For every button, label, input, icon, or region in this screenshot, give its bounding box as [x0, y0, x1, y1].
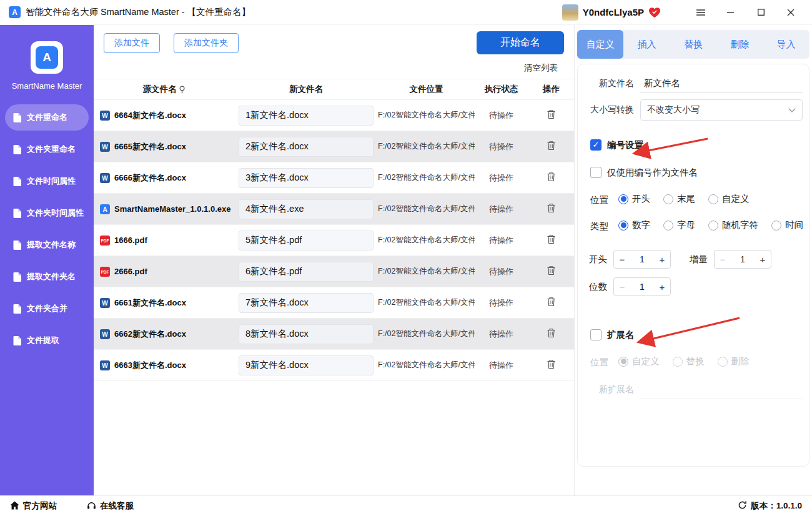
tab-5[interactable]: 导入: [763, 30, 810, 59]
toolbar: 添加文件 添加文件夹 开始命名: [94, 25, 574, 54]
file-location: F:/02智能文件命名大师/文件,: [378, 110, 475, 121]
panel-card: 新文件名 大小写转换 不改变大小写 编号设置 仅使用编号作为文件名 位置: [577, 64, 810, 467]
sidebar-item-7[interactable]: 文件夹合并: [5, 295, 89, 322]
numbering-checkbox[interactable]: [590, 139, 602, 151]
increment-value: 1: [731, 251, 755, 268]
tab-4[interactable]: 删除: [716, 30, 763, 59]
delete-row-button[interactable]: [545, 358, 557, 372]
source-filename: 6661新文件名.docx: [114, 297, 186, 309]
ext-position-row: 位置 自定义替换删除: [590, 354, 803, 370]
radio-label: 末尾: [677, 193, 695, 205]
new-filename-input[interactable]: [239, 231, 374, 251]
source-filename: 6664新文件名.docx: [114, 110, 186, 121]
tab-1[interactable]: 自定义: [577, 30, 623, 59]
refresh-icon[interactable]: [738, 500, 747, 512]
new-extension-label: 新扩展名: [584, 384, 634, 395]
increment-increment-button[interactable]: +: [755, 251, 771, 268]
new-filename-input[interactable]: [239, 293, 374, 313]
sidebar-item-8[interactable]: 文件提取: [5, 327, 89, 354]
menu-button[interactable]: [686, 0, 716, 25]
file-location: F:/02智能文件命名大师/文件,: [378, 329, 475, 339]
delete-row-button[interactable]: [545, 171, 557, 185]
version-label: 版本：1.0.1.0: [751, 500, 802, 512]
radio-option-1[interactable]: 数字: [618, 219, 650, 231]
titlebar-left: A 智能文件命名大师 SmartName Master - 【文件重命名】: [0, 6, 250, 18]
sidebar-item-2[interactable]: 文件夹重命名: [5, 136, 89, 162]
delete-row-button[interactable]: [545, 108, 557, 122]
sidebar-item-6[interactable]: 提取文件夹名: [5, 264, 89, 290]
digits-decrement-button[interactable]: −: [614, 278, 630, 295]
sidebar-item-4[interactable]: 文件夹时间属性: [5, 200, 89, 226]
radio-option-2[interactable]: 字母: [663, 219, 695, 231]
ext-position-label: 位置: [590, 357, 608, 369]
delete-row-button[interactable]: [545, 295, 557, 310]
numbering-row: 编号设置: [590, 137, 803, 153]
status-text: 待操作: [475, 297, 528, 309]
tab-2[interactable]: 插入: [623, 30, 670, 59]
delete-row-button[interactable]: [545, 264, 557, 279]
digits-increment-button[interactable]: +: [654, 278, 670, 295]
file-table: 源文件名新文件名文件位置执行状态操作 W6664新文件名.docxF:/02智能…: [94, 79, 574, 381]
new-extension-input[interactable]: [640, 380, 803, 399]
sidebar-item-label: 文件夹合并: [27, 303, 67, 314]
main-content: 添加文件 添加文件夹 开始命名 清空列表 源文件名新文件名文件位置执行状态操作 …: [94, 25, 575, 495]
sidebar-item-5[interactable]: 提取文件名称: [5, 232, 89, 258]
close-button[interactable]: [776, 0, 806, 25]
tab-3[interactable]: 替换: [670, 30, 716, 59]
delete-row-button[interactable]: [545, 233, 557, 247]
numbering-label: 编号设置: [607, 139, 643, 151]
start-rename-button[interactable]: 开始命名: [477, 31, 564, 54]
new-filename-input[interactable]: [239, 106, 374, 126]
word-file-icon: W: [100, 329, 110, 339]
delete-row-button[interactable]: [545, 139, 557, 154]
maximize-button[interactable]: [746, 0, 776, 25]
radio-option-4[interactable]: 时间: [771, 219, 803, 231]
avatar[interactable]: [562, 4, 578, 21]
new-filename-input[interactable]: [239, 137, 374, 157]
start-increment-button[interactable]: +: [654, 251, 670, 268]
online-support-link[interactable]: 在线客服: [87, 500, 134, 512]
new-filename-input[interactable]: [239, 324, 374, 344]
extension-row: 扩展名: [590, 327, 803, 343]
new-filename-input[interactable]: [239, 355, 374, 375]
window-title: 智能文件命名大师 SmartName Master - 【文件重命名】: [26, 6, 250, 18]
file-location: F:/02智能文件命名大师/文件,: [378, 297, 475, 308]
document-icon: [13, 209, 21, 218]
table-row: W6663新文件名.docxF:/02智能文件命名大师/文件,待操作: [94, 350, 574, 381]
digits-label: 位数: [589, 281, 607, 293]
case-convert-select[interactable]: 不改变大小写: [640, 99, 803, 121]
delete-row-button[interactable]: [545, 202, 557, 216]
new-filename-input[interactable]: [239, 168, 374, 188]
table-header: 源文件名新文件名文件位置执行状态操作: [94, 79, 574, 100]
sidebar-item-3[interactable]: 文件时间属性: [5, 168, 89, 194]
radio-option-1: 自定义: [618, 355, 660, 367]
add-file-button[interactable]: 添加文件: [104, 33, 160, 53]
version-info: 版本：1.0.1.0: [738, 500, 802, 512]
sidebar-item-label: 文件重命名: [27, 112, 67, 123]
extension-checkbox[interactable]: [590, 329, 602, 340]
word-file-icon: W: [100, 298, 110, 308]
radio-option-1[interactable]: 开头: [618, 193, 650, 205]
increment-decrement-button[interactable]: −: [715, 251, 731, 268]
new-filename-input[interactable]: [239, 262, 374, 282]
start-number-label: 开头: [589, 254, 607, 265]
vip-heart-icon[interactable]: [648, 7, 661, 18]
radio-label: 随机字符: [722, 219, 758, 231]
clear-list-link[interactable]: 清空列表: [524, 63, 558, 72]
column-header-3: 文件位置: [378, 84, 475, 95]
radio-label: 删除: [731, 355, 750, 367]
radio-option-3[interactable]: 自定义: [708, 193, 750, 205]
official-website-link[interactable]: 官方网站: [10, 500, 57, 512]
radio-option-3[interactable]: 随机字符: [708, 219, 758, 231]
number-only-checkbox[interactable]: [590, 167, 602, 178]
type-row: 类型 数字字母随机字符时间: [590, 218, 803, 234]
delete-row-button[interactable]: [545, 327, 557, 341]
new-filename-input[interactable]: [239, 199, 374, 219]
minimize-button[interactable]: [716, 0, 746, 25]
add-folder-button[interactable]: 添加文件夹: [174, 33, 239, 53]
sidebar-item-1[interactable]: 文件重命名: [5, 104, 89, 131]
panel-tabs: 自定义插入替换删除导入: [577, 30, 810, 59]
panel-new-filename-input[interactable]: [640, 74, 803, 93]
start-decrement-button[interactable]: −: [614, 251, 630, 268]
radio-option-2[interactable]: 末尾: [663, 193, 695, 205]
